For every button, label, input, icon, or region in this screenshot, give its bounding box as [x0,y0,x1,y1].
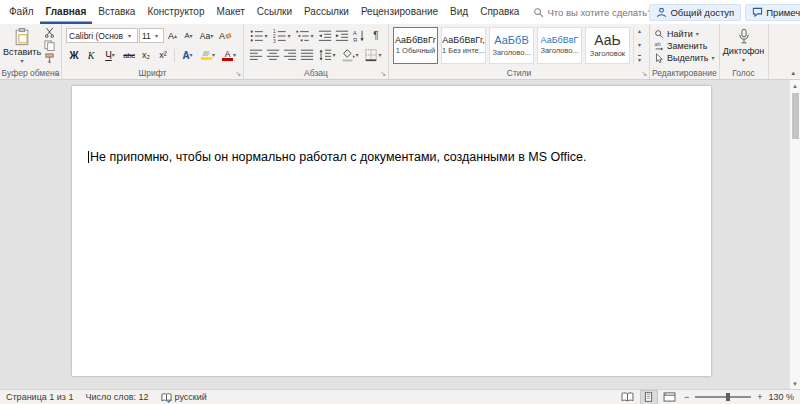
editing-group: Найти▾ ab Заменить Выделить▾ Редактирова… [650,24,720,79]
copy-button[interactable] [42,40,57,51]
tab-home[interactable]: Главная [40,0,93,24]
tab-layout[interactable]: Макет [210,0,250,24]
style-title[interactable]: АаЬ Заголовок [585,27,630,64]
tab-mailings[interactable]: Рассылки [298,0,355,24]
web-layout-button[interactable] [662,391,678,404]
borders-button[interactable]: ▾ [362,47,384,63]
page-indicator[interactable]: Страница 1 из 1 [6,392,73,402]
superscript-button[interactable]: x² [155,47,171,63]
align-right-button[interactable] [282,47,298,63]
comments-button[interactable]: Примечания [745,4,800,21]
styles-gallery-more-button[interactable]: ▾ [638,55,641,63]
change-case-button[interactable]: Аа▾ [197,28,216,44]
tab-references[interactable]: Ссылки [251,0,298,24]
document-text: Не припомню, чтобы он нормально работал … [90,150,586,164]
zoom-slider-thumb[interactable] [726,393,730,401]
decrease-indent-button[interactable] [317,28,333,44]
font-size-combo[interactable]: ▾ [139,28,164,43]
align-center-icon [266,48,280,62]
grow-font-button[interactable]: А▴ [165,28,180,44]
style-heading-2[interactable]: АаБбВвГ Заголово... [537,27,582,64]
styles-gallery-down-button[interactable]: ▾ [638,42,641,48]
svg-text:А: А [353,30,357,36]
highlight-color-button[interactable]: ▾ [198,47,218,63]
font-dialog-launcher[interactable]: ↘ [235,70,241,77]
dictate-button[interactable]: Диктофон ▾ [724,27,764,64]
select-button[interactable]: Выделить▾ [654,53,715,64]
decrease-indent-icon [318,29,332,43]
font-size-input[interactable] [142,30,154,42]
shading-button[interactable]: ▾ [339,47,361,63]
zoom-out-button[interactable]: − [683,392,690,402]
vertical-scrollbar[interactable]: ▲ ▼ [789,80,800,389]
print-layout-button[interactable] [641,391,657,404]
justify-button[interactable] [299,47,315,63]
clipboard-dialog-launcher[interactable]: ↘ [53,70,59,77]
web-layout-icon [663,392,676,402]
font-size-dropdown-arrow[interactable]: ▾ [155,33,158,39]
zoom-level[interactable]: 130 % [768,392,794,402]
line-spacing-icon [318,48,332,62]
top-right-actions: Общий доступ Примечания [649,0,800,24]
language-indicator[interactable]: русский [161,392,207,403]
multilevel-list-button[interactable]: ▾ [294,28,316,44]
clear-formatting-button[interactable]: А [217,28,233,44]
style-normal[interactable]: АаБбВвГг 1 Обычный [393,27,438,64]
clipboard-group-label: Буфер обмена [2,68,60,78]
dictate-dropdown-arrow[interactable]: ▾ [742,57,745,63]
styles-gallery-up-button[interactable]: ▴ [638,28,641,34]
read-mode-button[interactable] [620,391,636,404]
shrink-font-button[interactable]: А▾ [181,28,196,44]
zoom-slider[interactable] [695,396,751,398]
font-group: ▾ ▾ А▴ А▾ Аа▾ А Ж К Ч▾ abc x₂ [62,24,244,79]
tab-review[interactable]: Рецензирование [355,0,444,24]
zoom-in-button[interactable]: + [756,392,763,402]
italic-button[interactable]: К [83,47,99,63]
collapse-ribbon-button[interactable]: ▴ [791,69,795,77]
tab-insert[interactable]: Вставка [92,0,141,24]
strikethrough-button[interactable]: abc [121,47,137,63]
tab-file[interactable]: Файл [3,0,40,24]
scroll-down-button[interactable]: ▼ [792,378,798,389]
share-person-icon [656,7,667,18]
styles-dialog-launcher[interactable]: ↘ [641,70,647,77]
search-input[interactable] [547,7,649,18]
find-button[interactable]: Найти▾ [654,28,715,39]
text-effects-button[interactable]: А▾ [178,47,197,63]
document-paragraph[interactable]: Не припомню, чтобы он нормально работал … [72,86,711,166]
tab-design[interactable]: Конструктор [141,0,210,24]
scroll-up-button[interactable]: ▲ [792,80,798,91]
grow-font-caret: ▴ [174,33,177,39]
underline-button[interactable]: Ч▾ [100,47,120,63]
font-color-button[interactable]: А▾ [219,47,239,63]
paste-dropdown-arrow[interactable]: ▾ [20,58,23,64]
font-name-input[interactable] [69,30,127,42]
style-heading-1[interactable]: АаБбВ Заголово... [489,27,534,64]
bullets-button[interactable]: ▾ [248,28,270,44]
numbering-button[interactable]: 123 ▾ [271,28,293,44]
sort-button[interactable]: АЯ [351,28,367,44]
font-name-dropdown-arrow[interactable]: ▾ [128,33,131,39]
cut-button[interactable] [42,27,57,38]
document-page[interactable]: Не припомню, чтобы он нормально работал … [72,86,711,376]
font-name-combo[interactable]: ▾ [66,28,138,43]
scrollbar-thumb[interactable] [792,93,799,139]
word-count[interactable]: Число слов: 12 [85,392,148,402]
share-button[interactable]: Общий доступ [649,4,741,21]
select-pointer-icon [654,53,664,63]
paragraph-dialog-launcher[interactable]: ↘ [380,70,386,77]
paste-button[interactable]: Вставить ▾ [4,27,40,64]
subscript-button[interactable]: x₂ [138,47,154,63]
align-center-button[interactable] [265,47,281,63]
show-formatting-marks-button[interactable]: ¶ [368,28,384,44]
tab-view[interactable]: Вид [444,0,474,24]
tab-help[interactable]: Справка [474,0,525,24]
bold-button[interactable]: Ж [66,47,82,63]
style-no-spacing[interactable]: АаБбВвГг, 1 Без инте... [441,27,486,64]
format-painter-button[interactable] [42,53,57,64]
line-spacing-button[interactable]: ▾ [316,47,338,63]
tell-me-search[interactable] [533,0,649,24]
replace-button[interactable]: ab Заменить [654,40,715,51]
increase-indent-button[interactable] [334,28,350,44]
align-left-button[interactable] [248,47,264,63]
